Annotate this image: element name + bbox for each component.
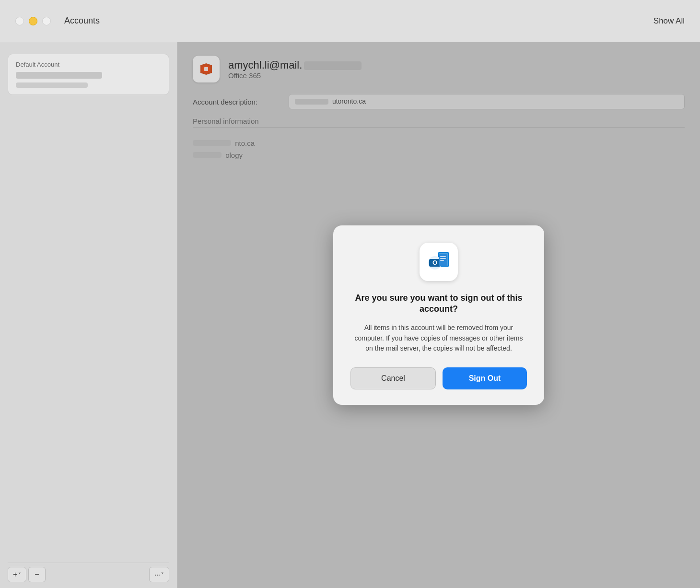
title-bar: Accounts Show All — [0, 0, 700, 42]
more-icon: ··· — [154, 571, 160, 578]
more-chevron-icon: ˅ — [161, 572, 164, 578]
signout-modal: O Are you sure you want to sign out of t… — [333, 225, 544, 405]
svg-text:O: O — [432, 259, 437, 266]
account-card-name-blurred — [16, 72, 102, 79]
account-card-label: Default Account — [16, 61, 161, 68]
detail-panel: amychl.li@mail. Office 365 Account descr… — [177, 42, 700, 588]
sidebar-toolbar: + ˅ − ··· ˅ — [8, 563, 169, 588]
add-account-button[interactable]: + ˅ — [8, 567, 26, 582]
modal-message: All items in this account will be remove… — [350, 323, 527, 354]
modal-title: Are you sure you want to sign out of thi… — [350, 293, 527, 315]
account-card[interactable]: Default Account — [8, 54, 169, 95]
maximize-button[interactable] — [42, 17, 51, 25]
show-all-button[interactable]: Show All — [653, 16, 685, 26]
outlook-icon: O — [420, 243, 458, 281]
window-title: Accounts — [64, 16, 100, 26]
svg-rect-13 — [440, 256, 446, 257]
title-bar-left: Accounts — [15, 16, 100, 26]
add-chevron-icon: ˅ — [18, 572, 21, 578]
svg-rect-14 — [440, 258, 446, 259]
close-button[interactable] — [15, 17, 24, 25]
plus-icon: + — [13, 570, 17, 579]
main-content: Default Account + ˅ − ··· ˅ — [0, 42, 700, 588]
cancel-button[interactable]: Cancel — [350, 367, 436, 389]
minimize-button[interactable] — [29, 17, 37, 25]
modal-overlay: O Are you sure you want to sign out of t… — [177, 42, 700, 588]
more-options-button[interactable]: ··· ˅ — [149, 567, 169, 582]
sidebar-spacer — [8, 99, 169, 563]
remove-account-button[interactable]: − — [28, 567, 45, 582]
sidebar: Default Account + ˅ − ··· ˅ — [0, 42, 177, 588]
traffic-lights — [15, 17, 51, 25]
svg-rect-15 — [440, 260, 444, 261]
signout-button[interactable]: Sign Out — [443, 367, 527, 389]
modal-buttons: Cancel Sign Out — [350, 367, 527, 389]
account-card-sub-blurred — [16, 82, 88, 88]
minus-icon: − — [35, 570, 39, 578]
